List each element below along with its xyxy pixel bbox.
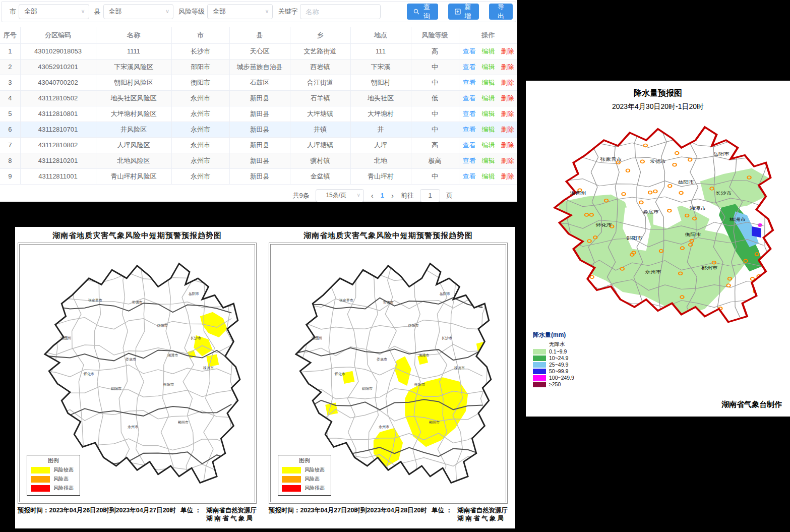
table-cell: 北地风险区 (96, 153, 171, 168)
add-button-label: 新增 (463, 3, 472, 21)
legend-label: 10~24.9 (549, 355, 568, 361)
delete-link[interactable]: 删除 (501, 172, 514, 180)
actions-cell: 查看编辑删除 (459, 137, 517, 153)
table-row: 143010290180531111长沙市天心区文艺路街道111高查看编辑删除 (0, 43, 517, 59)
table-cell: 石鼓区 (229, 75, 290, 90)
page-size-value: 15条/页 (326, 191, 346, 200)
delete-link[interactable]: 删除 (501, 47, 514, 55)
table-cell: 天心区 (229, 43, 290, 59)
city-label: 怀化市 (595, 222, 613, 227)
column-header: 县 (229, 27, 290, 43)
legend-swatch (282, 467, 301, 474)
station-marker (615, 136, 619, 139)
edit-link[interactable]: 编辑 (482, 157, 495, 164)
city-label: 长沙市 (442, 336, 452, 340)
issuing-unit: 单位 ： 湖南省自然资源厅 湖 南 省 气 象 局 (432, 506, 508, 523)
edit-link[interactable]: 编辑 (482, 126, 495, 133)
view-link[interactable]: 查看 (463, 110, 476, 117)
station-marker (570, 245, 574, 248)
query-button[interactable]: 查询 (407, 4, 438, 20)
legend-swatch (533, 362, 546, 368)
city-label: 湘西州 (60, 336, 71, 340)
table-cell: 新田县 (229, 137, 290, 153)
edit-link[interactable]: 编辑 (482, 94, 495, 102)
page-size-select[interactable]: 15条/页 ∨ (316, 189, 364, 202)
table-cell: 井 (350, 122, 411, 137)
table-cell: 下宋溪 (350, 59, 411, 75)
delete-link[interactable]: 删除 (501, 94, 514, 102)
table-cell: 3 (0, 75, 20, 90)
export-button-label: 导出 (496, 3, 506, 21)
view-link[interactable]: 查看 (463, 141, 476, 149)
table-cell: 43112810802 (20, 137, 96, 153)
trend-map-legend: 图例 风险较高风险高风险很高 (27, 455, 80, 496)
legend-item: 风险很高 (31, 485, 76, 492)
add-button[interactable]: 新增 (448, 4, 479, 20)
delete-link[interactable]: 删除 (501, 110, 514, 117)
view-link[interactable]: 查看 (463, 79, 476, 86)
delete-link[interactable]: 删除 (501, 126, 514, 133)
chevron-down-icon: ∨ (265, 8, 269, 15)
trend-maps-panel: 湖南省地质灾害气象风险中短期预警预报趋势图 湘西州张家界市常德市岳阳市益阳市长沙… (15, 227, 515, 528)
edit-link[interactable]: 编辑 (482, 110, 495, 117)
table-cell: 地头社区风险区 (96, 90, 171, 106)
table-cell: 新田县 (229, 168, 290, 184)
table-cell: 43040700202 (20, 75, 96, 90)
city-select[interactable]: 全部 ∨ (19, 4, 89, 19)
risk-level-select[interactable]: 全部 ∨ (207, 4, 273, 19)
view-link[interactable]: 查看 (463, 94, 476, 102)
county-select[interactable]: 全部 ∨ (103, 4, 174, 19)
city-label: 常德市 (650, 159, 666, 164)
legend-item: 风险较高 (31, 466, 76, 474)
export-button[interactable]: 导出 (489, 4, 513, 20)
edit-link[interactable]: 编辑 (482, 141, 495, 149)
keyword-input[interactable] (300, 4, 381, 19)
unit-label: 单位 ： (432, 506, 452, 523)
city-label: 湘西州 (570, 191, 586, 196)
table-cell: 43112811001 (20, 168, 96, 184)
legend-swatch (31, 485, 50, 492)
filter-buttons: 查询 新增 导出 (407, 4, 513, 20)
legend-label: 风险较高 (53, 466, 74, 474)
current-page[interactable]: 1 (381, 192, 384, 199)
city-label: 衡阳市 (163, 382, 174, 387)
view-link[interactable]: 查看 (463, 126, 476, 133)
prev-page-button[interactable]: ‹ (370, 191, 375, 200)
delete-link[interactable]: 删除 (501, 157, 514, 164)
table-row: 243052910201下宋溪风险区邵阳市城步苗族自治县西岩镇下宋溪中查看编辑删… (0, 59, 517, 75)
table-cell: 43112810201 (20, 153, 96, 168)
edit-link[interactable]: 编辑 (482, 79, 495, 86)
edit-link[interactable]: 编辑 (482, 47, 495, 55)
view-link[interactable]: 查看 (463, 63, 476, 71)
table-cell: 人坪 (350, 137, 411, 153)
table-cell: 43052910201 (20, 59, 96, 75)
edit-link[interactable]: 编辑 (482, 63, 495, 71)
actions-cell: 查看编辑删除 (459, 122, 517, 137)
view-link[interactable]: 查看 (463, 157, 476, 164)
legend-label: ≥250 (549, 381, 561, 387)
view-link[interactable]: 查看 (463, 47, 476, 55)
table-cell: 合江街道 (290, 75, 350, 90)
view-link[interactable]: 查看 (463, 172, 476, 180)
risk-table-body: 143010290180531111长沙市天心区文艺路街道111高查看编辑删除2… (0, 43, 517, 184)
city-label: 湘潭市 (167, 353, 178, 358)
city-label: 长沙市 (715, 191, 732, 196)
table-cell: 石羊镇 (290, 90, 350, 106)
legend-swatch (533, 375, 546, 381)
column-header: 乡 (290, 27, 350, 43)
legend-swatch (282, 485, 301, 492)
city-label: 衡阳市 (685, 232, 701, 237)
table-cell: 43112810502 (20, 90, 96, 106)
table-cell: 衡阳市 (171, 75, 229, 90)
actions-cell: 查看编辑删除 (459, 168, 517, 184)
city-label: 常德市 (132, 300, 142, 305)
hunan-precipitation-map: 湘西州张家界市常德市岳阳市益阳市长沙市娄底市湘潭市怀化市株洲市邵阳市衡阳市永州市… (529, 114, 787, 339)
delete-link[interactable]: 删除 (501, 79, 514, 86)
edit-link[interactable]: 编辑 (482, 172, 495, 180)
table-cell: 43112810701 (20, 122, 96, 137)
delete-link[interactable]: 删除 (501, 63, 514, 71)
goto-page-input[interactable] (420, 189, 440, 202)
next-page-button[interactable]: › (390, 191, 395, 200)
delete-link[interactable]: 删除 (501, 141, 514, 149)
table-row: 643112810701井风险区永州市新田县井镇井中查看编辑删除 (0, 122, 517, 137)
